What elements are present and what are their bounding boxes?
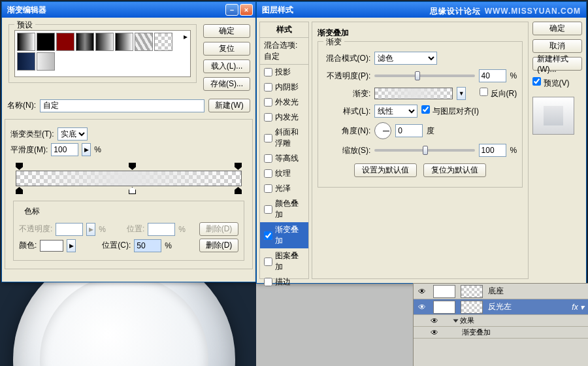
opacity-slider[interactable]: [374, 75, 474, 77]
color-well[interactable]: [40, 240, 63, 252]
ls-newstyle-button[interactable]: 新建样式(W)...: [532, 57, 582, 71]
grad-dropdown[interactable]: ▼: [457, 87, 466, 100]
layer-row[interactable]: 👁反光左fx ▾: [414, 299, 588, 315]
opacity-spin: ▶: [86, 223, 95, 236]
load-button[interactable]: 载入(L)...: [203, 59, 250, 73]
preset-swatch[interactable]: [17, 33, 35, 51]
style-select[interactable]: 线性: [374, 105, 417, 118]
style-checkbox[interactable]: [264, 68, 272, 76]
style-checkbox[interactable]: [264, 83, 272, 92]
delete1-button: 删除(D): [199, 222, 238, 236]
reset-button[interactable]: 复位: [203, 42, 250, 56]
mask-thumb[interactable]: [461, 285, 483, 298]
ok-button[interactable]: 确定: [203, 24, 250, 38]
scale-input[interactable]: [479, 144, 506, 157]
preset-swatch[interactable]: [37, 52, 55, 71]
angle-label: 角度(N):: [323, 125, 370, 137]
color-stop[interactable]: [16, 187, 23, 194]
smooth-input[interactable]: [51, 143, 78, 156]
preset-swatch[interactable]: [135, 33, 153, 51]
opacity-stop[interactable]: [16, 163, 23, 170]
style-item[interactable]: 内阴影: [260, 80, 308, 95]
preset-swatch[interactable]: [37, 33, 55, 51]
style-item[interactable]: 图案叠加: [260, 248, 308, 274]
preset-swatch[interactable]: [154, 33, 172, 51]
type-select[interactable]: 实底: [57, 127, 88, 141]
preset-swatch[interactable]: [56, 33, 74, 51]
gradient-bar[interactable]: [16, 171, 242, 186]
close-button[interactable]: ×: [240, 4, 253, 16]
style-checkbox[interactable]: [264, 258, 272, 266]
opacity-stops[interactable]: [16, 163, 242, 171]
new-button[interactable]: 新建(W): [208, 99, 250, 112]
style-item[interactable]: 纹理: [260, 166, 308, 181]
styles-list: 样式 混合选项:自定 投影内阴影外发光内发光斜面和浮雕等高线纹理光泽颜色叠加渐变…: [259, 22, 309, 279]
minimize-button[interactable]: –: [225, 4, 238, 16]
color-stop[interactable]: [129, 187, 136, 194]
blendmode-select[interactable]: 滤色: [374, 52, 437, 65]
eye-icon[interactable]: 👁: [414, 287, 431, 296]
sub-title: 渐变: [323, 37, 344, 48]
style-item[interactable]: 光泽: [260, 181, 308, 196]
ge-titlebar[interactable]: 渐变编辑器 – ×: [2, 2, 255, 18]
name-input[interactable]: [40, 99, 204, 112]
presets-menu-arrow[interactable]: ▸: [184, 32, 188, 41]
style-checkbox[interactable]: [264, 134, 272, 142]
color-stops[interactable]: [16, 186, 242, 194]
opacity-stop[interactable]: [235, 163, 242, 170]
style-checkbox[interactable]: [264, 231, 272, 240]
style-item[interactable]: 颜色叠加: [260, 196, 308, 222]
set-default-button[interactable]: 设置为默认值: [354, 163, 417, 177]
presets-fieldset: 预设 ▸: [8, 24, 197, 83]
fx-item[interactable]: 👁渐变叠加: [414, 327, 588, 339]
style-item[interactable]: 等高线: [260, 151, 308, 166]
preset-swatch[interactable]: [115, 33, 133, 51]
delete2-button[interactable]: 删除(D): [199, 239, 238, 252]
fx-header[interactable]: 👁效果: [414, 315, 588, 327]
style-checkbox[interactable]: [264, 98, 272, 107]
style-checkbox[interactable]: [264, 169, 272, 178]
layer-row[interactable]: 👁底座: [414, 284, 588, 299]
style-item[interactable]: 投影: [260, 65, 308, 80]
eye-icon[interactable]: 👁: [431, 316, 438, 325]
reset-default-button[interactable]: 复位为默认值: [423, 163, 486, 177]
ls-ok-button[interactable]: 确定: [532, 22, 582, 35]
smooth-spin[interactable]: ▶: [82, 143, 91, 156]
style-item[interactable]: 内发光: [260, 110, 308, 125]
angle-input[interactable]: [395, 124, 423, 137]
style-item[interactable]: 斜面和浮雕: [260, 125, 308, 151]
color-spin[interactable]: ▶: [67, 239, 76, 252]
preview-check[interactable]: 预览(V): [532, 77, 582, 89]
style-item[interactable]: 描边: [260, 274, 308, 290]
color-stop[interactable]: [235, 187, 242, 194]
style-item[interactable]: 外发光: [260, 95, 308, 110]
preset-swatch[interactable]: [76, 33, 94, 51]
preset-swatch[interactable]: [17, 52, 35, 71]
opacity-input: [56, 223, 83, 236]
ls-opacity-input[interactable]: [479, 69, 506, 82]
style-checkbox[interactable]: [264, 278, 272, 286]
eye-icon[interactable]: 👁: [431, 328, 438, 337]
save-button[interactable]: 存储(S)...: [203, 77, 250, 91]
pos2-input[interactable]: [134, 239, 161, 252]
scale-slider[interactable]: [374, 149, 474, 152]
layer-thumb[interactable]: [433, 285, 455, 298]
eye-icon[interactable]: 👁: [414, 303, 431, 312]
reverse-check[interactable]: 反向(R): [470, 88, 517, 99]
presets-grid[interactable]: ▸: [14, 30, 191, 77]
preset-swatch[interactable]: [95, 33, 114, 51]
opacity-stop[interactable]: [129, 163, 136, 170]
gradient-preview[interactable]: [374, 88, 453, 99]
angle-dial[interactable]: [374, 122, 391, 139]
layer-thumb[interactable]: [433, 301, 455, 314]
ls-titlebar[interactable]: 图层样式 思缘设计论坛WWW.MISSYUAN.COM: [257, 2, 586, 18]
blend-options[interactable]: 混合选项:自定: [260, 38, 308, 65]
mask-thumb[interactable]: [461, 301, 483, 314]
ls-cancel-button[interactable]: 取消: [532, 39, 582, 53]
style-checkbox[interactable]: [264, 154, 272, 163]
style-checkbox[interactable]: [264, 113, 272, 122]
style-item[interactable]: 渐变叠加: [260, 222, 308, 248]
align-check[interactable]: 与图层对齐(I): [421, 105, 468, 117]
style-checkbox[interactable]: [264, 184, 272, 193]
style-checkbox[interactable]: [264, 205, 272, 214]
